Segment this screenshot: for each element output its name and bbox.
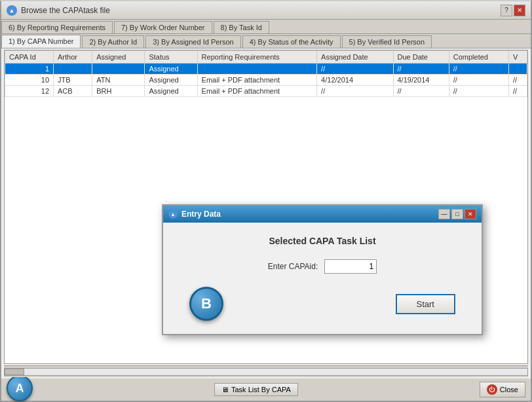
dialog-icon: ▲ [168,210,178,219]
modal-overlay: ▲ Entry Data — □ ✕ Selected CAPA Task Li… [1,1,531,401]
circle-b-button[interactable]: B [189,287,223,321]
dialog-minimize-button[interactable]: — [438,209,450,219]
dialog-bottom: B Start [183,287,462,321]
main-window: ▲ Browse the CAPAtask file ? ✕ 6) By Rep… [0,0,532,402]
start-button[interactable]: Start [396,294,455,314]
dialog-title-bar: ▲ Entry Data — □ ✕ [163,206,482,223]
dialog-heading: Selected CAPA Task List [269,236,375,246]
form-row: Enter CAPAid: [183,259,462,274]
dialog-title-left: ▲ Entry Data [168,210,221,219]
capa-id-input[interactable] [324,259,377,274]
dialog-content: Selected CAPA Task List Enter CAPAid: B … [163,223,482,334]
capa-id-label: Enter CAPAid: [268,262,318,271]
dialog-maximize-button[interactable]: □ [451,209,463,219]
entry-data-dialog: ▲ Entry Data — □ ✕ Selected CAPA Task Li… [162,204,483,335]
dialog-close-button[interactable]: ✕ [465,209,476,219]
dialog-title-buttons: — □ ✕ [438,209,476,219]
dialog-title: Entry Data [181,210,221,219]
